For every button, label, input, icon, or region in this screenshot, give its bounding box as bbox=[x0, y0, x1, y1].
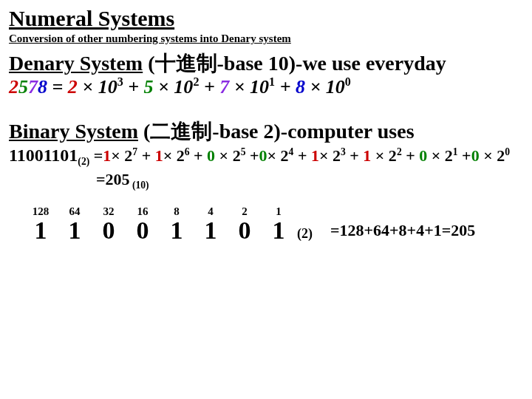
b5m: × 2 bbox=[215, 146, 241, 165]
b7c: 1 bbox=[103, 146, 111, 165]
table-base-sub: (2) bbox=[297, 226, 313, 242]
b0m: × 2 bbox=[480, 146, 505, 165]
bit-4: 0 bbox=[126, 218, 160, 243]
p5: + bbox=[245, 146, 259, 165]
binary-equation: 11001101(2) =1× 27 + 1× 26 + 0 × 25 +0× … bbox=[9, 146, 523, 189]
denary-heading-rest: (十進制-base 10)-we use everyday bbox=[143, 52, 446, 75]
t0-base: × 10 bbox=[78, 76, 117, 98]
b7m: × 2 bbox=[111, 146, 132, 165]
b1m: × 2 bbox=[427, 146, 453, 165]
binary-table-row: 128 64 32 16 8 4 2 1 1 1 0 0 1 1 0 1 (2)… bbox=[24, 205, 523, 243]
b5c: 0 bbox=[207, 146, 215, 165]
bit-5: 0 bbox=[92, 218, 126, 243]
bit-3: 1 bbox=[160, 218, 194, 243]
b2e: 2 bbox=[397, 146, 402, 157]
denary-heading-u: Denary System bbox=[9, 52, 143, 75]
equals: = bbox=[47, 76, 68, 98]
b6m: × 2 bbox=[163, 146, 185, 165]
p4: + bbox=[293, 146, 311, 165]
digit-ones: 8 bbox=[38, 76, 47, 98]
p7: + bbox=[137, 146, 155, 165]
binary-result: =205 bbox=[96, 170, 130, 188]
b1e: 1 bbox=[453, 146, 458, 157]
b0c: 0 bbox=[471, 146, 480, 165]
bit-7: 1 bbox=[24, 218, 58, 243]
plus3: + bbox=[275, 76, 296, 98]
digit-thousands: 2 bbox=[9, 76, 18, 98]
b0e: 0 bbox=[505, 146, 510, 157]
binary-heading-rest: (二進制-base 2)-computer uses bbox=[138, 120, 415, 143]
binary-number: 11001101 bbox=[9, 146, 78, 165]
b6c: 1 bbox=[155, 146, 163, 165]
b4m: × 2 bbox=[267, 146, 289, 165]
p3: + bbox=[346, 146, 364, 165]
binary-result-sub: (10) bbox=[130, 180, 149, 191]
plus2: + bbox=[199, 76, 219, 98]
eq: = bbox=[89, 146, 103, 165]
bit-1: 0 bbox=[228, 218, 262, 243]
main-title: Numeral Systems bbox=[9, 6, 523, 31]
binary-equation-line1: 11001101(2) =1× 27 + 1× 26 + 0 × 25 +0× … bbox=[9, 146, 523, 166]
binary-number-sub: (2) bbox=[78, 156, 89, 167]
t0-coef: 2 bbox=[68, 76, 78, 98]
b3m: × 2 bbox=[319, 146, 341, 165]
t3-exp: 0 bbox=[345, 75, 351, 88]
digit-tens: 7 bbox=[28, 76, 38, 98]
bit-6: 1 bbox=[58, 218, 92, 243]
denary-heading: Denary System (十進制-base 10)-we use every… bbox=[9, 50, 523, 78]
t3-coef: 8 bbox=[296, 76, 305, 98]
b3c: 1 bbox=[311, 146, 319, 165]
p6: + bbox=[190, 146, 208, 165]
bit-2: 1 bbox=[194, 218, 228, 243]
plus1: + bbox=[123, 76, 144, 98]
b3e: 3 bbox=[341, 146, 346, 157]
b1c: 0 bbox=[419, 146, 427, 165]
binary-table: 128 64 32 16 8 4 2 1 1 1 0 0 1 1 0 1 bbox=[24, 205, 296, 243]
binary-heading: Binary System (二進制-base 2)-computer uses bbox=[9, 117, 523, 146]
binary-equation-line2: =205 (10) bbox=[96, 170, 523, 189]
t1-coef: 5 bbox=[144, 76, 154, 98]
binary-digits-row: 1 1 0 0 1 1 0 1 bbox=[24, 218, 296, 243]
t1-base: × 10 bbox=[154, 76, 194, 98]
bit-0: 1 bbox=[262, 218, 296, 243]
b6e: 6 bbox=[185, 146, 190, 157]
b2m: × 2 bbox=[371, 146, 397, 165]
place-value-header: 128 64 32 16 8 4 2 1 bbox=[24, 205, 296, 218]
b2c: 1 bbox=[363, 146, 371, 165]
p2: + bbox=[402, 146, 420, 165]
t2-coef: 7 bbox=[219, 76, 229, 98]
binary-heading-u: Binary System bbox=[9, 120, 138, 143]
t2-exp: 1 bbox=[269, 75, 275, 88]
digit-hundreds: 5 bbox=[18, 76, 28, 98]
subtitle: Conversion of other numbering systems in… bbox=[9, 33, 523, 45]
t3-base: × 10 bbox=[305, 76, 345, 98]
t0-exp: 3 bbox=[117, 75, 123, 88]
p1: + bbox=[458, 146, 471, 165]
table-sum: =128+64+8+4+1=205 bbox=[330, 221, 475, 240]
t2-base: × 10 bbox=[229, 76, 269, 98]
denary-equation: 2578 = 2 × 103 + 5 × 102 + 7 × 101 + 8 ×… bbox=[9, 76, 523, 98]
b4c: 0 bbox=[259, 146, 267, 165]
